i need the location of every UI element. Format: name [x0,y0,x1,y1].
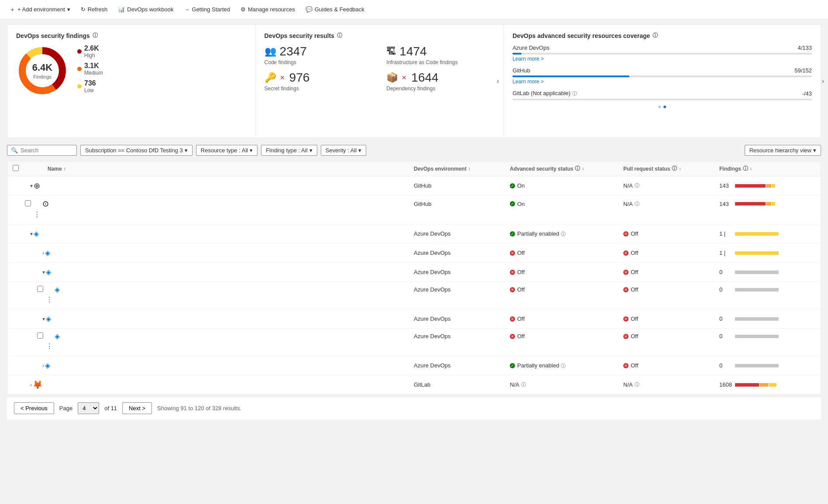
view-select[interactable]: Resource hierarchy view ▾ [745,145,821,156]
carousel-dot-2[interactable] [663,106,666,108]
pull-request-status: N/A ⓘ [623,182,719,189]
row-more-button[interactable]: ⋮ [44,340,55,352]
expand-button[interactable]: › [42,363,44,369]
row-checkbox[interactable] [25,200,31,206]
chevron-down-icon: ▾ [813,147,816,154]
select-all-checkbox[interactable] [13,165,19,171]
results-info-icon[interactable]: ⓘ [337,32,342,39]
next-button[interactable]: Next > [122,402,152,414]
status-icon: ✓ [510,183,515,189]
row-checkbox[interactable] [37,286,43,292]
expand-button[interactable]: › [30,382,32,388]
findings-card: DevOps security findings ⓘ [7,25,256,137]
row-more-button[interactable]: ⋮ [32,209,42,220]
carousel-prev-button[interactable]: ‹ [497,77,499,85]
status-icon: ✕ [623,334,629,339]
advanced-security-sort-icon: ↕ [582,166,584,171]
row-more-button[interactable]: ⋮ [44,294,55,305]
table-row: ▾ ◈ Azure DevOps ✕ Off ✕ Off 0 [7,309,821,329]
pull-request-status: ✕ Off [623,286,719,293]
guides-feedback-button[interactable]: 💬 Guides & Feedback [301,3,369,15]
low-dot [77,84,82,89]
expand-button[interactable]: ▾ [30,183,33,189]
dependency-findings-count: 1644 [411,71,438,85]
expand-button[interactable]: ▾ [30,231,33,237]
devops-env: Azure DevOps [414,230,510,237]
azure-grandchild-icon: ◈ [55,285,60,294]
findings-info-icon[interactable]: ⓘ [93,32,98,39]
findings-bar: 143 [719,182,815,189]
devops-env-col-header[interactable]: DevOps environment ↕ [414,166,510,172]
azure-child-icon: ◈ [45,249,50,257]
azure-child-icon: ◈ [46,315,51,323]
pull-request-status: N/A ⓘ [623,381,719,388]
findings-bar: 1608 [719,381,815,388]
advanced-security-col-header[interactable]: Advanced security status ⓘ ↕ [510,165,623,172]
findings-bar: 0 [719,333,815,339]
findings-col-header[interactable]: Findings ⓘ ↕ [719,165,815,172]
search-icon: 🔍 [11,147,18,154]
expand-button[interactable]: › [42,250,44,256]
carousel-next-button[interactable]: › [822,77,824,85]
coverage-info-icon[interactable]: ⓘ [653,32,658,39]
findings-info-icon[interactable]: ⓘ [743,165,748,172]
name-col-header[interactable]: Name ↕ [48,166,414,172]
table-row: ▾ ◈ Azure DevOps ✓ Partially enabled ⓘ ✕… [7,224,821,243]
findings-card-title: DevOps security findings [16,32,90,39]
azure-grandchild-icon: ◈ [55,332,60,340]
code-icon: 👥 [265,46,276,57]
status-icon: ✕ [623,231,629,237]
github-icon: ⊕ [34,181,40,191]
add-icon: ＋ [10,6,15,14]
table-row: ◈ Azure DevOps ✕ Off ✕ Off 0 ⋮ [7,282,821,309]
severity-filter[interactable]: Severity : All ▾ [321,145,367,156]
secret-findings-item: 🔑 ✕ 976 Secret findings [265,71,373,92]
azure-devops-learn-more[interactable]: Learn more > [512,56,544,62]
advanced-security-status: N/A ⓘ [510,381,623,388]
gear-icon: ⚙ [240,6,246,13]
subscription-filter[interactable]: Subscription == Contoso DfD Testing 3 ▾ [80,145,192,156]
gitlab-coverage-label: GitLab (Not applicable) ⓘ [512,90,577,97]
status-icon: ✕ [510,316,515,322]
expand-button[interactable]: ▾ [42,269,45,275]
findings-table: Name ↕ DevOps environment ↕ Advanced sec… [7,161,821,395]
search-input[interactable] [21,147,73,154]
findings-bar: 143 [719,201,815,207]
add-environment-button[interactable]: ＋ + Add environment ▾ [5,3,75,16]
refresh-button[interactable]: ↻ Refresh [76,3,112,15]
chart-icon: 📊 [118,6,125,13]
code-findings-count: 2347 [280,45,307,58]
manage-resources-button[interactable]: ⚙ Manage resources [236,3,299,15]
advanced-security-status: ✕ Off [510,269,623,275]
dependency-findings-item: 📦 ✕ 1644 Dependency findings [386,71,495,92]
getting-started-button[interactable]: → Getting Started [180,3,234,15]
status-icon: ✕ [623,270,629,275]
devops-env: Azure DevOps [414,333,510,339]
advanced-security-info-icon[interactable]: ⓘ [575,165,580,172]
status-icon: ✕ [623,316,629,322]
carousel-dot-1[interactable] [658,106,661,108]
row-checkbox[interactable] [37,333,43,339]
devops-workbook-button[interactable]: 📊 DevOps workbook [113,3,178,15]
chevron-down-icon: ▾ [250,147,253,154]
page-select[interactable]: 1 2 3 4 5 6 7 8 9 10 11 [78,402,99,414]
previous-button[interactable]: < Previous [14,402,54,414]
expand-button[interactable]: ▾ [42,316,45,322]
advanced-security-status: ✓ On [510,182,623,189]
pull-request-status: N/A ⓘ [623,201,719,207]
dependency-icon: 📦 [386,72,398,83]
search-box[interactable]: 🔍 [7,145,77,156]
finding-type-filter[interactable]: Finding type : All ▾ [261,145,317,156]
devops-env: Azure DevOps [414,286,510,293]
table-row: ◈ Azure DevOps ✕ Off ✕ Off 0 ⋮ [7,329,821,356]
devops-env: GitLab [414,381,510,388]
pull-request-status: ✕ Off [623,230,719,237]
pull-request-col-header[interactable]: Pull request status ⓘ ↕ [623,165,719,172]
status-icon: ✓ [510,363,515,368]
devops-env: Azure DevOps [414,362,510,369]
status-icon: ✕ [623,363,629,368]
pull-request-info-icon[interactable]: ⓘ [672,165,677,172]
resource-type-filter[interactable]: Resource type : All ▾ [196,145,258,156]
github-learn-more[interactable]: Learn more > [512,79,544,85]
findings-sort-icon: ↕ [750,166,752,171]
